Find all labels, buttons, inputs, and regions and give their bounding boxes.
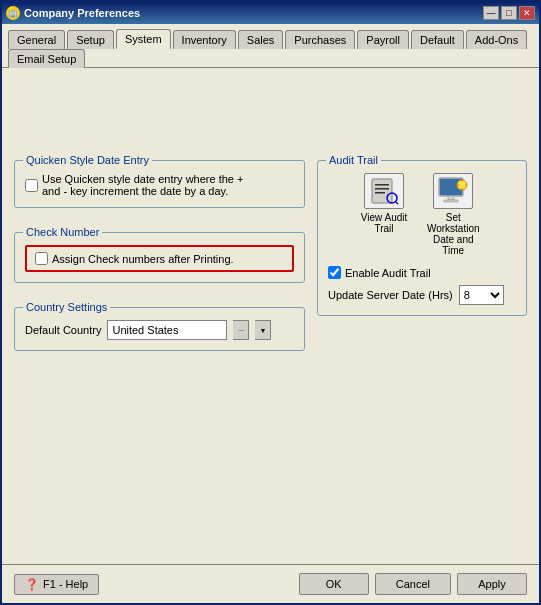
quicken-checkbox[interactable] — [25, 179, 38, 192]
tab-system[interactable]: System — [116, 29, 171, 49]
assign-check-row: Assign Check numbers after Printing. — [35, 252, 284, 265]
close-button[interactable]: ✕ — [519, 6, 535, 20]
audit-group-label: Audit Trail — [326, 154, 381, 166]
check-number-group: Check Number Assign Check numbers after … — [14, 232, 305, 283]
tab-default[interactable]: Default — [411, 30, 464, 49]
window-icon: 🏢 — [6, 6, 20, 20]
tab-purchases[interactable]: Purchases — [285, 30, 355, 49]
country-group-label: Country Settings — [23, 301, 110, 313]
svg-rect-3 — [375, 192, 385, 194]
tab-inventory[interactable]: Inventory — [173, 30, 236, 49]
ok-button[interactable]: OK — [299, 573, 369, 595]
title-buttons: — □ ✕ — [483, 6, 535, 20]
tab-email-setup[interactable]: Email Setup — [8, 49, 85, 68]
quicken-group: Quicken Style Date Entry Use Quicken sty… — [14, 160, 305, 208]
window-title: Company Preferences — [24, 7, 140, 19]
workstation-icon — [433, 173, 473, 209]
quicken-checkbox-row: Use Quicken style date entry where the +… — [25, 173, 294, 197]
update-server-select[interactable]: 8 1 2 4 12 24 — [459, 285, 504, 305]
right-column: Audit Trail — [317, 160, 527, 363]
help-label: F1 - Help — [43, 578, 88, 590]
cancel-button[interactable]: Cancel — [375, 573, 451, 595]
main-window: 🏢 Company Preferences — □ ✕ General Setu… — [0, 0, 541, 605]
tab-general[interactable]: General — [8, 30, 65, 49]
country-field-label: Default Country — [25, 324, 101, 336]
check-number-label: Check Number — [23, 226, 102, 238]
update-server-label: Update Server Date (Hrs) — [328, 289, 453, 301]
bottom-bar: ❓ F1 - Help OK Cancel Apply — [2, 564, 539, 603]
quicken-group-label: Quicken Style Date Entry — [23, 154, 152, 166]
country-group: Country Settings Default Country ··· ▼ — [14, 307, 305, 351]
country-dropdown-button[interactable]: ▼ — [255, 320, 271, 340]
help-icon: ❓ — [25, 578, 39, 591]
quicken-description: Use Quicken style date entry where the +… — [42, 173, 243, 197]
check-number-highlight-box: Assign Check numbers after Printing. — [25, 245, 294, 272]
svg-line-5 — [396, 202, 398, 204]
workstation-label: Set WorkstationDate and Time — [423, 212, 483, 256]
svg-rect-1 — [375, 184, 389, 186]
top-spacer — [14, 80, 527, 160]
tab-payroll[interactable]: Payroll — [357, 30, 409, 49]
svg-rect-2 — [375, 188, 389, 190]
enable-audit-row: Enable Audit Trail — [328, 266, 516, 279]
svg-rect-8 — [448, 196, 454, 200]
country-dots-button[interactable]: ··· — [233, 320, 249, 340]
content-area: Quicken Style Date Entry Use Quicken sty… — [2, 68, 539, 564]
view-audit-label: View AuditTrail — [361, 212, 408, 234]
assign-check-label: Assign Check numbers after Printing. — [52, 253, 234, 265]
audit-icons-row: View AuditTrail — [328, 173, 516, 256]
tab-addons[interactable]: Add-Ons — [466, 30, 527, 49]
tab-sales[interactable]: Sales — [238, 30, 284, 49]
left-column: Quicken Style Date Entry Use Quicken sty… — [14, 160, 305, 363]
help-button[interactable]: ❓ F1 - Help — [14, 574, 99, 595]
view-audit-icon — [364, 173, 404, 209]
svg-rect-9 — [444, 200, 458, 202]
title-bar: 🏢 Company Preferences — □ ✕ — [2, 2, 539, 24]
title-bar-left: 🏢 Company Preferences — [6, 6, 140, 20]
update-server-row: Update Server Date (Hrs) 8 1 2 4 12 24 — [328, 285, 516, 305]
view-audit-item[interactable]: View AuditTrail — [361, 173, 408, 256]
minimize-button[interactable]: — — [483, 6, 499, 20]
svg-rect-0 — [372, 179, 392, 203]
assign-check-checkbox[interactable] — [35, 252, 48, 265]
workstation-item[interactable]: Set WorkstationDate and Time — [423, 173, 483, 256]
tab-setup[interactable]: Setup — [67, 30, 114, 49]
tab-bar: General Setup System Inventory Sales Pur… — [2, 24, 539, 68]
main-area: Quicken Style Date Entry Use Quicken sty… — [14, 160, 527, 363]
action-buttons: OK Cancel Apply — [299, 573, 527, 595]
audit-group: Audit Trail — [317, 160, 527, 316]
apply-button[interactable]: Apply — [457, 573, 527, 595]
maximize-button[interactable]: □ — [501, 6, 517, 20]
country-input[interactable] — [107, 320, 227, 340]
enable-audit-checkbox[interactable] — [328, 266, 341, 279]
country-row: Default Country ··· ▼ — [25, 320, 294, 340]
enable-audit-label: Enable Audit Trail — [345, 267, 431, 279]
